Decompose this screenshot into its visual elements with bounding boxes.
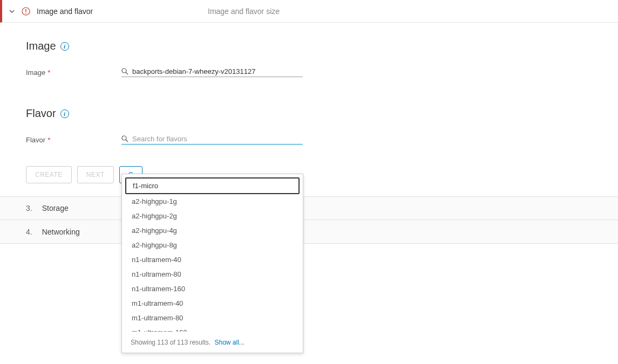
step-title: Image and flavor <box>37 7 93 16</box>
dropdown-item[interactable]: f1-micro <box>125 177 300 194</box>
step-subtitle: Image and flavor size <box>208 7 280 16</box>
content-area: Image i Image* Flavor i Flavor* CREA <box>0 23 618 183</box>
image-input[interactable] <box>132 67 303 75</box>
image-label: Image* <box>26 68 121 77</box>
flavor-label: Flavor* <box>26 136 121 144</box>
next-button[interactable]: NEXT <box>77 166 114 183</box>
create-button[interactable]: CREATE <box>26 166 72 183</box>
step-number: 4. <box>26 228 32 236</box>
search-icon <box>121 135 129 143</box>
image-field-row: Image* <box>26 67 618 77</box>
info-icon[interactable]: i <box>60 109 69 118</box>
info-icon[interactable]: i <box>60 42 69 51</box>
step-storage[interactable]: 3. Storage <box>0 196 618 220</box>
image-title-text: Image <box>26 40 56 52</box>
flavor-field-row: Flavor* <box>26 135 618 145</box>
dropdown-item[interactable]: a2-highgpu-4g <box>125 223 300 238</box>
alert-icon <box>22 7 30 16</box>
svg-point-5 <box>122 136 126 140</box>
button-row: CREATE NEXT C <box>26 166 618 183</box>
dropdown-list[interactable]: f1-micro a2-highgpu-1g a2-highgpu-2g a2-… <box>122 174 303 244</box>
dropdown-item[interactable]: a2-highgpu-8g <box>125 238 300 244</box>
flavor-section-title: Flavor i <box>26 107 618 120</box>
flavor-dropdown: f1-micro a2-highgpu-1g a2-highgpu-2g a2-… <box>121 174 303 244</box>
image-section-title: Image i <box>26 40 618 52</box>
search-icon <box>121 68 129 75</box>
svg-point-3 <box>122 68 126 73</box>
step-name: Networking <box>42 228 80 236</box>
step-header[interactable]: Image and flavor Image and flavor size <box>0 0 618 23</box>
dropdown-item[interactable]: a2-highgpu-1g <box>125 194 300 209</box>
flavor-input[interactable] <box>132 135 303 143</box>
svg-point-2 <box>25 12 26 13</box>
step-number: 3. <box>26 204 32 212</box>
chevron-down-icon <box>9 8 15 15</box>
step-networking[interactable]: 4. Networking <box>0 220 618 244</box>
step-name: Storage <box>42 204 69 212</box>
svg-line-6 <box>126 140 128 142</box>
svg-line-4 <box>126 72 128 74</box>
dropdown-item[interactable]: a2-highgpu-2g <box>125 209 300 223</box>
flavor-search-field[interactable] <box>121 135 303 145</box>
flavor-title-text: Flavor <box>26 107 56 120</box>
image-search-field[interactable] <box>121 67 303 77</box>
